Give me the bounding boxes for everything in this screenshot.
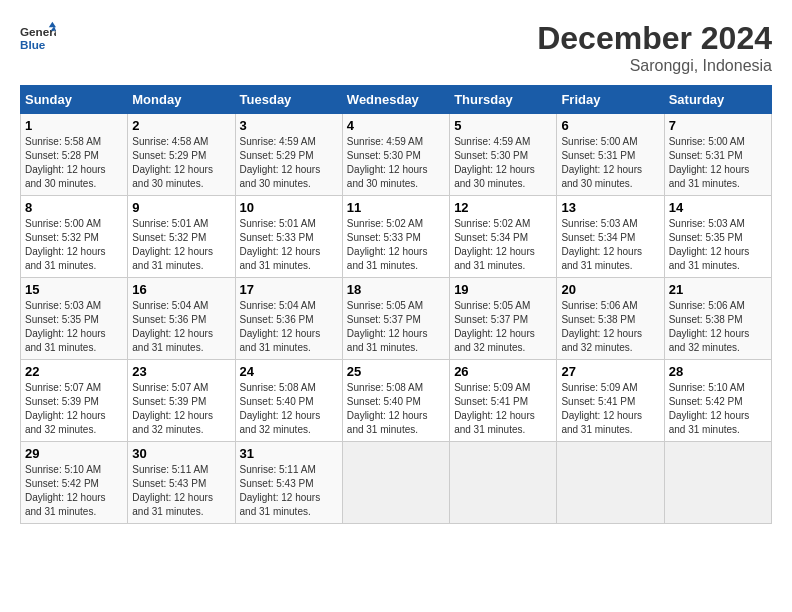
calendar-cell: 18Sunrise: 5:05 AMSunset: 5:37 PMDayligh… <box>342 278 449 360</box>
calendar-cell: 27Sunrise: 5:09 AMSunset: 5:41 PMDayligh… <box>557 360 664 442</box>
calendar-cell: 1Sunrise: 5:58 AMSunset: 5:28 PMDaylight… <box>21 114 128 196</box>
day-info: Sunrise: 5:10 AMSunset: 5:42 PMDaylight:… <box>669 381 767 437</box>
calendar-cell: 15Sunrise: 5:03 AMSunset: 5:35 PMDayligh… <box>21 278 128 360</box>
logo-icon: General Blue <box>20 20 56 56</box>
calendar-cell: 7Sunrise: 5:00 AMSunset: 5:31 PMDaylight… <box>664 114 771 196</box>
day-info: Sunrise: 5:07 AMSunset: 5:39 PMDaylight:… <box>25 381 123 437</box>
calendar-cell: 23Sunrise: 5:07 AMSunset: 5:39 PMDayligh… <box>128 360 235 442</box>
calendar-cell: 19Sunrise: 5:05 AMSunset: 5:37 PMDayligh… <box>450 278 557 360</box>
calendar-week-row: 22Sunrise: 5:07 AMSunset: 5:39 PMDayligh… <box>21 360 772 442</box>
calendar-cell: 22Sunrise: 5:07 AMSunset: 5:39 PMDayligh… <box>21 360 128 442</box>
day-info: Sunrise: 5:08 AMSunset: 5:40 PMDaylight:… <box>240 381 338 437</box>
day-number: 30 <box>132 446 230 461</box>
calendar-cell: 13Sunrise: 5:03 AMSunset: 5:34 PMDayligh… <box>557 196 664 278</box>
calendar-cell: 20Sunrise: 5:06 AMSunset: 5:38 PMDayligh… <box>557 278 664 360</box>
calendar-cell: 2Sunrise: 4:58 AMSunset: 5:29 PMDaylight… <box>128 114 235 196</box>
day-info: Sunrise: 5:07 AMSunset: 5:39 PMDaylight:… <box>132 381 230 437</box>
day-info: Sunrise: 5:05 AMSunset: 5:37 PMDaylight:… <box>454 299 552 355</box>
calendar-cell: 25Sunrise: 5:08 AMSunset: 5:40 PMDayligh… <box>342 360 449 442</box>
day-info: Sunrise: 5:11 AMSunset: 5:43 PMDaylight:… <box>132 463 230 519</box>
day-number: 15 <box>25 282 123 297</box>
calendar-cell <box>557 442 664 524</box>
day-info: Sunrise: 5:06 AMSunset: 5:38 PMDaylight:… <box>561 299 659 355</box>
weekday-header-friday: Friday <box>557 86 664 114</box>
day-info: Sunrise: 5:04 AMSunset: 5:36 PMDaylight:… <box>132 299 230 355</box>
day-info: Sunrise: 5:03 AMSunset: 5:34 PMDaylight:… <box>561 217 659 273</box>
day-number: 7 <box>669 118 767 133</box>
day-number: 25 <box>347 364 445 379</box>
day-number: 16 <box>132 282 230 297</box>
day-number: 31 <box>240 446 338 461</box>
day-info: Sunrise: 4:59 AMSunset: 5:30 PMDaylight:… <box>347 135 445 191</box>
day-info: Sunrise: 5:00 AMSunset: 5:32 PMDaylight:… <box>25 217 123 273</box>
weekday-header-saturday: Saturday <box>664 86 771 114</box>
calendar-cell: 11Sunrise: 5:02 AMSunset: 5:33 PMDayligh… <box>342 196 449 278</box>
day-number: 3 <box>240 118 338 133</box>
calendar-week-row: 1Sunrise: 5:58 AMSunset: 5:28 PMDaylight… <box>21 114 772 196</box>
day-number: 20 <box>561 282 659 297</box>
weekday-header-row: SundayMondayTuesdayWednesdayThursdayFrid… <box>21 86 772 114</box>
day-info: Sunrise: 5:04 AMSunset: 5:36 PMDaylight:… <box>240 299 338 355</box>
day-number: 6 <box>561 118 659 133</box>
day-info: Sunrise: 5:02 AMSunset: 5:34 PMDaylight:… <box>454 217 552 273</box>
day-info: Sunrise: 5:01 AMSunset: 5:33 PMDaylight:… <box>240 217 338 273</box>
weekday-header-wednesday: Wednesday <box>342 86 449 114</box>
day-info: Sunrise: 5:09 AMSunset: 5:41 PMDaylight:… <box>561 381 659 437</box>
calendar-cell: 30Sunrise: 5:11 AMSunset: 5:43 PMDayligh… <box>128 442 235 524</box>
day-info: Sunrise: 5:08 AMSunset: 5:40 PMDaylight:… <box>347 381 445 437</box>
calendar-cell: 3Sunrise: 4:59 AMSunset: 5:29 PMDaylight… <box>235 114 342 196</box>
page-header: General Blue December 2024 Saronggi, Ind… <box>20 20 772 75</box>
day-info: Sunrise: 5:03 AMSunset: 5:35 PMDaylight:… <box>25 299 123 355</box>
day-number: 23 <box>132 364 230 379</box>
calendar-table: SundayMondayTuesdayWednesdayThursdayFrid… <box>20 85 772 524</box>
weekday-header-monday: Monday <box>128 86 235 114</box>
day-info: Sunrise: 5:05 AMSunset: 5:37 PMDaylight:… <box>347 299 445 355</box>
day-info: Sunrise: 5:06 AMSunset: 5:38 PMDaylight:… <box>669 299 767 355</box>
calendar-cell: 6Sunrise: 5:00 AMSunset: 5:31 PMDaylight… <box>557 114 664 196</box>
calendar-week-row: 15Sunrise: 5:03 AMSunset: 5:35 PMDayligh… <box>21 278 772 360</box>
day-number: 24 <box>240 364 338 379</box>
day-number: 21 <box>669 282 767 297</box>
day-number: 17 <box>240 282 338 297</box>
day-number: 5 <box>454 118 552 133</box>
day-number: 8 <box>25 200 123 215</box>
calendar-cell: 26Sunrise: 5:09 AMSunset: 5:41 PMDayligh… <box>450 360 557 442</box>
calendar-week-row: 8Sunrise: 5:00 AMSunset: 5:32 PMDaylight… <box>21 196 772 278</box>
calendar-cell <box>450 442 557 524</box>
calendar-cell <box>664 442 771 524</box>
calendar-cell: 29Sunrise: 5:10 AMSunset: 5:42 PMDayligh… <box>21 442 128 524</box>
calendar-cell <box>342 442 449 524</box>
day-number: 22 <box>25 364 123 379</box>
day-number: 28 <box>669 364 767 379</box>
calendar-cell: 17Sunrise: 5:04 AMSunset: 5:36 PMDayligh… <box>235 278 342 360</box>
weekday-header-tuesday: Tuesday <box>235 86 342 114</box>
month-title: December 2024 <box>537 20 772 57</box>
day-number: 27 <box>561 364 659 379</box>
day-number: 26 <box>454 364 552 379</box>
day-info: Sunrise: 5:10 AMSunset: 5:42 PMDaylight:… <box>25 463 123 519</box>
day-info: Sunrise: 5:00 AMSunset: 5:31 PMDaylight:… <box>561 135 659 191</box>
day-info: Sunrise: 5:58 AMSunset: 5:28 PMDaylight:… <box>25 135 123 191</box>
calendar-cell: 28Sunrise: 5:10 AMSunset: 5:42 PMDayligh… <box>664 360 771 442</box>
logo: General Blue <box>20 20 56 56</box>
day-info: Sunrise: 5:03 AMSunset: 5:35 PMDaylight:… <box>669 217 767 273</box>
day-info: Sunrise: 5:01 AMSunset: 5:32 PMDaylight:… <box>132 217 230 273</box>
day-number: 1 <box>25 118 123 133</box>
day-info: Sunrise: 5:11 AMSunset: 5:43 PMDaylight:… <box>240 463 338 519</box>
day-number: 14 <box>669 200 767 215</box>
day-info: Sunrise: 5:09 AMSunset: 5:41 PMDaylight:… <box>454 381 552 437</box>
day-number: 13 <box>561 200 659 215</box>
title-block: December 2024 Saronggi, Indonesia <box>537 20 772 75</box>
weekday-header-thursday: Thursday <box>450 86 557 114</box>
location: Saronggi, Indonesia <box>537 57 772 75</box>
day-number: 9 <box>132 200 230 215</box>
day-number: 29 <box>25 446 123 461</box>
weekday-header-sunday: Sunday <box>21 86 128 114</box>
day-number: 11 <box>347 200 445 215</box>
calendar-cell: 4Sunrise: 4:59 AMSunset: 5:30 PMDaylight… <box>342 114 449 196</box>
calendar-cell: 9Sunrise: 5:01 AMSunset: 5:32 PMDaylight… <box>128 196 235 278</box>
svg-text:Blue: Blue <box>20 38 46 51</box>
day-info: Sunrise: 5:02 AMSunset: 5:33 PMDaylight:… <box>347 217 445 273</box>
day-info: Sunrise: 4:59 AMSunset: 5:29 PMDaylight:… <box>240 135 338 191</box>
day-number: 12 <box>454 200 552 215</box>
